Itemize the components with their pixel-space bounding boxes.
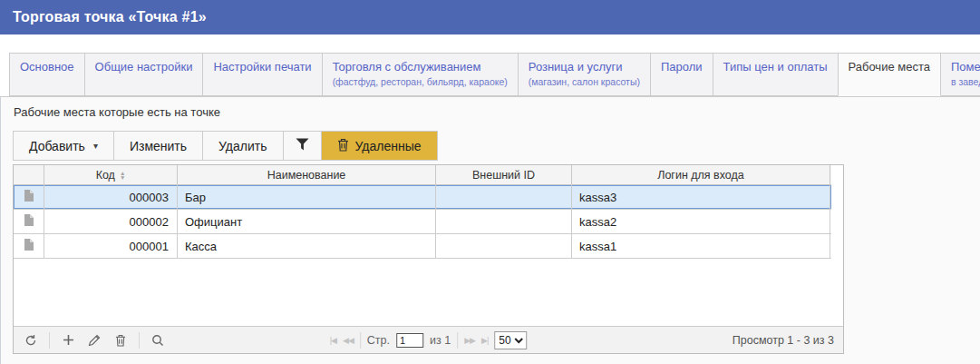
document-icon <box>24 239 34 253</box>
tab-label: Пароли <box>661 60 703 74</box>
tab[interactable]: Основное <box>9 53 85 96</box>
column-header-external-id-label: Внешний ID <box>472 169 535 182</box>
tab[interactable]: Рабочие места <box>838 53 941 96</box>
prev-page-icon[interactable]: ◀◀ <box>343 336 354 345</box>
pager-separator <box>360 332 361 349</box>
add-row-icon[interactable] <box>60 332 76 349</box>
cell-name: Бар <box>178 185 436 209</box>
edit-row-icon[interactable] <box>86 332 102 349</box>
column-header-name-label: Наименование <box>267 169 346 182</box>
cell-external-id <box>436 185 572 209</box>
workplaces-grid: Код ▲▼ Наименование Внешний ID Логин для… <box>13 164 844 354</box>
grid-header-row: Код ▲▼ Наименование Внешний ID Логин для… <box>14 165 831 185</box>
show-deleted-label: Удаленные <box>355 139 422 153</box>
add-button[interactable]: Добавить ▾ <box>14 132 114 160</box>
tab-label: Розница и услуги <box>529 60 640 74</box>
pager-left-actions <box>23 332 166 349</box>
content-panel: Рабочие места которые есть на точке Доба… <box>0 97 980 364</box>
tab[interactable]: Помещения и столы в заведении <box>940 53 980 96</box>
cell-external-id <box>436 234 572 258</box>
show-deleted-button[interactable]: Удаленные <box>322 132 437 160</box>
search-icon[interactable] <box>150 332 166 349</box>
cell-code: 000001 <box>44 234 178 258</box>
table-row[interactable]: 000001 Касса kassa1 <box>14 234 831 259</box>
cell-name: Официант <box>178 210 436 233</box>
column-header-external-id[interactable]: Внешний ID <box>436 165 572 184</box>
tab-label: Рабочие места <box>849 60 930 74</box>
row-icon-cell <box>14 185 44 209</box>
delete-button[interactable]: Удалить <box>203 132 283 160</box>
next-page-icon[interactable]: ▶▶ <box>464 336 475 345</box>
table-row[interactable]: 000002 Официант kassa2 <box>14 210 831 234</box>
edit-button-label: Изменить <box>130 139 187 153</box>
last-page-icon[interactable]: ▶| <box>481 336 488 345</box>
tab-strip: Основное Общие настройки Настройки печат… <box>0 53 980 97</box>
pager-separator <box>49 332 50 349</box>
tab-label: Настройки печати <box>213 60 311 74</box>
section-description: Рабочие места которые есть на точке <box>13 105 980 119</box>
tab[interactable]: Розница и услуги (магазин, салон красоты… <box>518 53 651 96</box>
column-header-login-label: Логин для входа <box>657 169 744 182</box>
page-number-input[interactable] <box>396 333 423 348</box>
edit-button[interactable]: Изменить <box>114 132 203 160</box>
cell-login: kassa2 <box>572 210 830 233</box>
tab-label: Помещения и столы <box>951 60 980 74</box>
tab-label: Общие настройки <box>95 60 193 74</box>
sort-icon: ▲▼ <box>120 171 125 180</box>
tab-subtitle: (фастфуд, ресторан, бильярд, караоке) <box>333 76 508 87</box>
page-size-select[interactable]: 50 <box>494 331 527 349</box>
refresh-icon[interactable] <box>23 332 39 349</box>
pager-separator <box>139 332 140 349</box>
tab[interactable]: Пароли <box>650 53 713 96</box>
cell-code: 000002 <box>44 210 178 233</box>
tab-subtitle: в заведении <box>951 76 980 87</box>
tab-label: Торговля с обслуживанием <box>333 60 508 74</box>
document-icon <box>24 190 34 204</box>
cell-login: kassa1 <box>572 234 830 258</box>
caret-down-icon: ▾ <box>93 141 98 151</box>
delete-button-label: Удалить <box>218 139 267 153</box>
row-icon-cell <box>14 234 44 258</box>
tab[interactable]: Общие настройки <box>84 53 204 96</box>
column-header-code-label: Код <box>96 169 115 182</box>
trash-icon <box>337 138 349 154</box>
cell-external-id <box>436 210 572 233</box>
page-title: Торговая точка «Точка #1» <box>13 9 207 25</box>
filter-button[interactable] <box>284 132 322 160</box>
window-title-bar: Торговая точка «Точка #1» <box>0 0 980 34</box>
page-label: Стр. <box>367 334 390 347</box>
column-header-icon <box>14 165 44 184</box>
grid-pager: |◀ ◀◀ Стр. из 1 ▶▶ ▶| 50 Просмотр 1 - 3 … <box>14 326 843 353</box>
cell-code: 000003 <box>44 185 178 209</box>
pager-separator <box>457 332 458 349</box>
tab-label: Основное <box>20 60 74 74</box>
pager-navigation: |◀ ◀◀ Стр. из 1 ▶▶ ▶| 50 <box>330 331 528 349</box>
viewing-range-label: Просмотр 1 - 3 из 3 <box>733 334 834 347</box>
tab-subtitle: (магазин, салон красоты) <box>529 76 640 87</box>
cell-login: kassa3 <box>572 185 830 209</box>
page-count-label: из 1 <box>430 334 451 347</box>
title-gap <box>0 34 980 53</box>
tab[interactable]: Настройки печати <box>202 53 322 96</box>
column-header-code[interactable]: Код ▲▼ <box>44 165 178 184</box>
row-icon-cell <box>14 210 44 233</box>
table-row[interactable]: 000003 Бар kassa3 <box>14 185 831 210</box>
column-header-login[interactable]: Логин для входа <box>572 165 830 184</box>
tab[interactable]: Типы цен и оплаты <box>713 53 839 96</box>
tab-label: Типы цен и оплаты <box>723 60 828 74</box>
add-button-label: Добавить <box>29 139 85 153</box>
tab[interactable]: Торговля с обслуживанием (фастфуд, ресто… <box>322 53 519 96</box>
delete-row-icon[interactable] <box>112 332 129 349</box>
column-header-name[interactable]: Наименование <box>178 165 436 184</box>
first-page-icon[interactable]: |◀ <box>330 336 336 345</box>
document-icon <box>24 214 34 229</box>
cell-name: Касса <box>178 234 436 258</box>
filter-funnel-icon <box>296 138 309 153</box>
toolbar: Добавить ▾ Изменить Удалить Удаленные <box>13 131 438 161</box>
grid-body: 000003 Бар kassa3 000002 Официант kassa2 <box>14 185 843 326</box>
